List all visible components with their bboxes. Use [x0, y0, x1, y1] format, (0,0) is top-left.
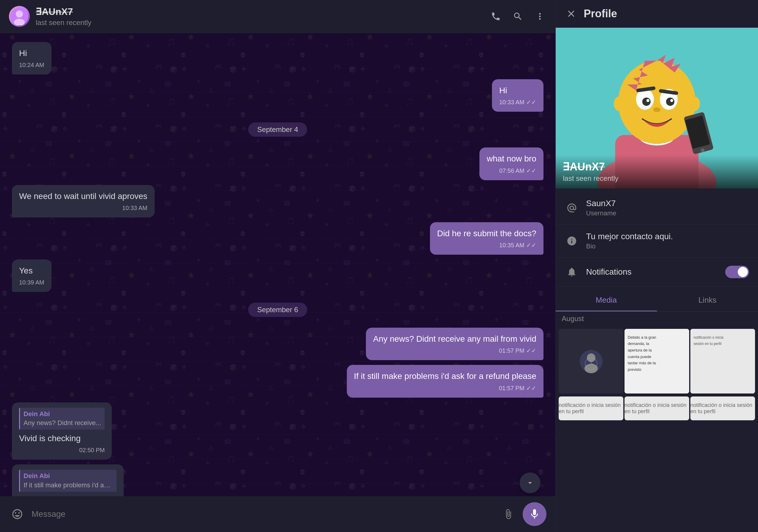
username-row: SaunX7 Username [556, 191, 758, 225]
message-bubble: Dein Abi If it still make problems i'd a… [12, 464, 124, 496]
reply-author: Dein Abi [23, 472, 113, 481]
read-receipt: ✓✓ [526, 384, 536, 392]
media-links-tabs: Media Links [556, 289, 758, 312]
attach-button[interactable] [500, 506, 517, 522]
message-row: Dein Abi Any news? Didnt receive... Vivi… [12, 402, 543, 460]
message-text: Vivid is checking [19, 434, 81, 443]
close-profile-button[interactable] [565, 7, 578, 20]
message-time: 01:57 PM [499, 384, 524, 392]
message-row: If it still make problems i'd ask for a … [12, 365, 543, 397]
message-input[interactable] [32, 509, 494, 519]
more-icon[interactable] [534, 10, 546, 23]
svg-point-23 [642, 97, 651, 106]
header-actions [489, 10, 546, 23]
svg-text:sesión en tu perfil: sesión en tu perfil [694, 342, 721, 346]
message-text: Hi [499, 86, 507, 95]
message-row: Yes 10:39 AM [12, 259, 543, 292]
svg-point-26 [670, 99, 673, 102]
svg-text:notificación o inicia: notificación o inicia [694, 335, 723, 340]
message-time: 02:50 PM [79, 446, 105, 454]
profile-overlay-status: last seen recently [563, 174, 751, 183]
search-icon[interactable] [511, 10, 524, 23]
scroll-down-button[interactable] [520, 472, 540, 493]
svg-point-34 [688, 96, 700, 111]
notifications-toggle[interactable] [725, 266, 749, 278]
message-bubble: Dein Abi Any news? Didnt receive... Vivi… [12, 402, 112, 460]
svg-point-37 [584, 364, 598, 373]
media-thumb-small[interactable]: notificación o inicia sesión en tu perfi… [559, 396, 623, 420]
message-bubble: Any news? Didnt receive any mail from vi… [366, 328, 543, 360]
message-row: Hi 10:33 AM ✓✓ [12, 79, 543, 112]
profile-title: Profile [584, 8, 617, 20]
media-month: August [556, 312, 758, 326]
media-grid: Debido a la gran demanda, la apertura de… [556, 326, 758, 396]
message-row: what now bro 07:56 AM ✓✓ [12, 148, 543, 180]
svg-text:demanda, la: demanda, la [628, 341, 649, 346]
profile-header: Profile [556, 0, 758, 28]
chat-header: ƎAUnX7 last seen recently [0, 0, 555, 33]
message-time: 10:39 AM [19, 278, 44, 286]
media-thumbnail[interactable]: Debido a la gran demanda, la apertura de… [625, 329, 689, 393]
profile-panel: Profile [555, 0, 758, 532]
bell-icon [565, 265, 579, 279]
profile-overlay-name: ƎAUnX7 [563, 160, 751, 173]
svg-text:apertura de la: apertura de la [628, 348, 652, 352]
message-time: 01:57 PM [499, 347, 524, 355]
username-value: SaunX7 [586, 199, 616, 208]
contact-name: ƎAUnX7 [36, 6, 483, 17]
notifications-row: Notifications [556, 258, 758, 286]
reply-text: If it still make problems i'd ask for ..… [23, 481, 113, 490]
svg-text:cuenta puede: cuenta puede [628, 354, 651, 359]
profile-picture: ƎAUnX7 last seen recently [556, 28, 758, 188]
read-receipt: ✓✓ [526, 241, 536, 249]
svg-point-33 [614, 96, 626, 111]
bio-value: Tu mejor contacto aqui. [586, 232, 673, 241]
message-time: 07:56 AM [499, 167, 524, 175]
message-row: Hi 10:24 AM [12, 42, 543, 75]
svg-text:Debido a la gran: Debido a la gran [628, 335, 656, 340]
call-icon[interactable] [489, 10, 502, 23]
header-info: ƎAUnX7 last seen recently [36, 6, 483, 27]
mic-button[interactable] [523, 502, 546, 526]
avatar [9, 6, 30, 27]
tab-media[interactable]: Media [556, 289, 657, 311]
read-receipt: ✓✓ [526, 347, 536, 355]
media-bottom-row: notificación o inicia sesión en tu perfi… [556, 396, 758, 423]
message-bubble: Hi 10:33 AM ✓✓ [492, 79, 543, 112]
emoji-button[interactable] [9, 506, 26, 522]
message-time: 10:35 AM [499, 241, 524, 249]
media-thumbnail[interactable] [559, 329, 623, 393]
notifications-label: Notifications [586, 267, 718, 277]
message-bubble: If it still make problems i'd ask for a … [347, 365, 543, 397]
message-bubble: We need to wait until vivid aproves 10:3… [12, 185, 155, 217]
info-icon [565, 234, 579, 248]
bio-info: Tu mejor contacto aqui. Bio [586, 232, 673, 250]
message-text: what now bro [487, 154, 536, 163]
message-text: Hi [19, 49, 27, 58]
message-text: We need to wait until vivid aproves [19, 191, 148, 201]
message-row: Did he re submit the docs? 10:35 AM ✓✓ [12, 222, 543, 255]
date-separator: September 4 [12, 122, 543, 137]
reply-text: Any news? Didnt receive... [23, 418, 101, 428]
message-row: We need to wait until vivid aproves 10:3… [12, 185, 543, 217]
svg-point-18 [618, 61, 696, 144]
message-row: Dein Abi If it still make problems i'd a… [12, 464, 543, 496]
media-thumbnail[interactable]: notificación o inicia sesión en tu perfi… [690, 329, 755, 393]
message-text: Any news? Didnt receive any mail from vi… [373, 334, 536, 344]
username-info: SaunX7 Username [586, 199, 616, 217]
reply-context: Dein Abi Any news? Didnt receive... [19, 408, 105, 430]
username-label: Username [586, 210, 616, 217]
at-icon [565, 201, 579, 215]
media-thumb-small[interactable]: notificación o inicia sesión en tu perfi… [690, 396, 755, 420]
tab-links[interactable]: Links [657, 289, 758, 311]
message-text: Did he re submit the docs? [437, 229, 536, 238]
message-time: 10:24 AM [19, 61, 44, 69]
svg-point-24 [666, 97, 674, 106]
media-thumb-small[interactable]: notificación o inicia sesión en tu perfi… [625, 396, 689, 420]
svg-text:previsto: previsto [628, 367, 641, 372]
profile-image-container: ƎAUnX7 last seen recently [556, 28, 758, 188]
message-bubble: Did he re submit the docs? 10:35 AM ✓✓ [430, 222, 543, 255]
read-receipt: ✓✓ [526, 167, 536, 175]
message-bubble: what now bro 07:56 AM ✓✓ [479, 148, 543, 180]
chat-area: ♠ ♦ 🎮 ☎ ⭐ ♣ 🎵 💀 🕹 🎲 [0, 0, 555, 532]
